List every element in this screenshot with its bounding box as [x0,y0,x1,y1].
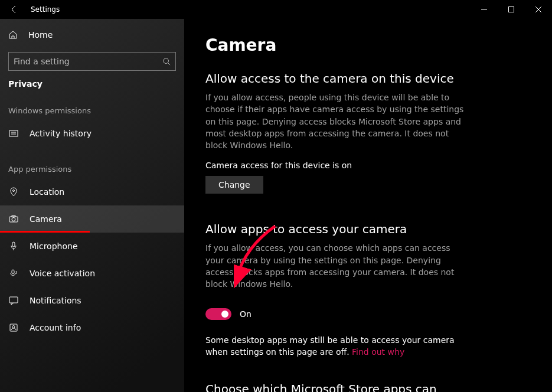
home-nav[interactable]: Home [0,24,184,46]
toggle-state-label: On [240,309,251,319]
content-area: Camera Allow access to the camera on thi… [184,19,552,392]
sidebar-item-label: Notifications [30,296,81,305]
search-input[interactable] [14,57,162,66]
camera-icon [8,214,19,224]
search-icon [162,57,171,66]
sidebar-item-label: Location [30,187,64,197]
sidebar-item-microphone[interactable]: Microphone [0,233,184,260]
toggle-row: On [205,308,531,320]
search-row [0,46,184,79]
section-description: If you allow access, people using this d… [205,92,465,151]
account-icon [8,323,19,332]
search-box[interactable] [8,52,176,71]
sidebar-item-voice-activation[interactable]: Voice activation [0,260,184,287]
svg-point-11 [12,218,15,221]
toggle-knob [221,311,228,318]
maximize-icon [508,6,514,12]
sidebar-item-label: Account info [30,323,81,332]
section-device-access: Allow access to the camera on this devic… [205,71,531,194]
svg-point-18 [12,326,15,328]
find-out-why-link[interactable]: Find out why [352,347,404,357]
arrow-left-icon [9,5,19,14]
sidebar-item-account-info[interactable]: Account info [0,314,184,341]
section-choose-apps: Choose which Microsoft Store apps can ac… [205,381,531,392]
note-text: Some desktop apps may still be able to a… [205,335,455,357]
svg-point-9 [13,190,15,192]
svg-point-4 [164,58,169,64]
home-icon [8,30,18,40]
main-container: Home Privacy Windows permissions Activit… [0,19,552,392]
svg-rect-16 [9,297,18,303]
sidebar-item-location[interactable]: Location [0,178,184,205]
titlebar: Settings [0,0,552,19]
change-button[interactable]: Change [205,176,263,194]
device-access-status: Camera access for this device is on [205,161,531,170]
close-button[interactable] [525,0,552,19]
history-icon [8,129,19,138]
sidebar-group-app: App permissions [0,147,184,178]
annotation-underline [0,231,90,233]
voice-icon [8,269,19,278]
svg-rect-15 [12,270,14,274]
sidebar: Home Privacy Windows permissions Activit… [0,19,184,392]
svg-rect-1 [509,7,514,12]
svg-rect-6 [9,130,18,136]
minimize-button[interactable] [471,0,498,19]
close-icon [535,6,541,12]
section-heading: Choose which Microsoft Store apps can ac… [205,381,465,392]
section-heading: Allow apps to access your camera [205,222,531,236]
section-app-access: Allow apps to access your camera If you … [205,222,531,358]
window-title: Settings [31,5,60,14]
svg-line-5 [168,63,171,66]
sidebar-item-label: Camera [30,214,62,224]
sidebar-item-notifications[interactable]: Notifications [0,287,184,314]
home-label: Home [28,30,53,40]
sidebar-item-camera[interactable]: Camera [0,205,184,233]
page-title: Camera [205,35,531,55]
back-button[interactable] [5,0,24,19]
microphone-icon [8,241,19,251]
sidebar-group-windows: Windows permissions [0,89,184,120]
sidebar-item-label: Activity history [30,129,92,138]
sidebar-heading: Privacy [0,79,184,89]
maximize-button[interactable] [498,0,525,19]
location-icon [8,187,19,197]
desktop-apps-note: Some desktop apps may still be able to a… [205,334,465,358]
svg-rect-13 [12,242,15,247]
sidebar-item-label: Microphone [30,241,78,251]
section-heading: Allow access to the camera on this devic… [205,71,531,86]
apps-access-toggle[interactable] [205,308,231,320]
minimize-icon [481,6,487,12]
sidebar-item-activity-history[interactable]: Activity history [0,120,184,147]
sidebar-item-label: Voice activation [30,269,95,278]
window-controls [471,0,552,19]
notifications-icon [8,296,19,305]
section-description: If you allow access, you can choose whic… [205,242,465,290]
